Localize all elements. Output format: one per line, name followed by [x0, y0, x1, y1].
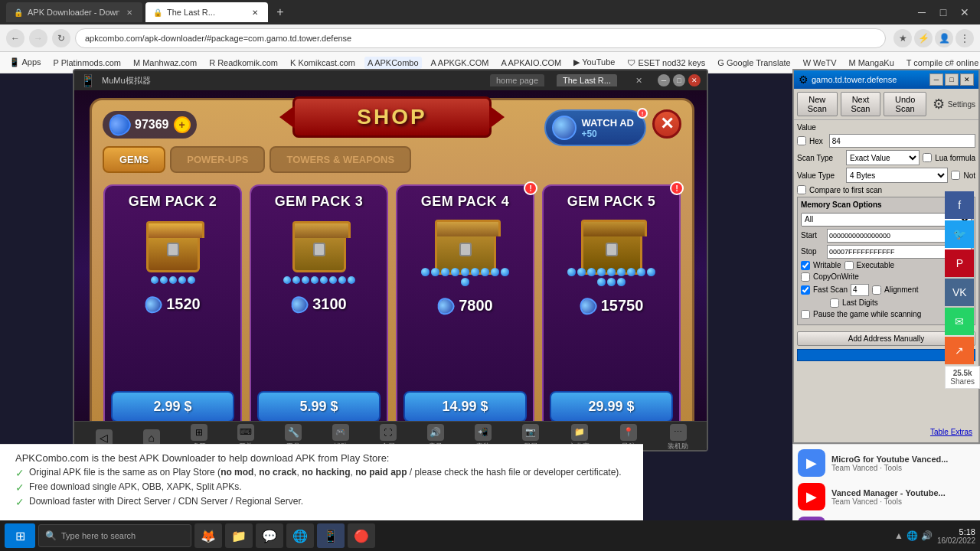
- tab-towers-weapons[interactable]: TOWERS & WEAPONS: [270, 146, 411, 173]
- gem-add-button[interactable]: +: [174, 116, 191, 133]
- search-bar[interactable]: 🔍 Type here to search: [38, 524, 191, 547]
- bookmark-apkcombo[interactable]: A APKCombo: [364, 57, 422, 69]
- taskbar-mumu[interactable]: 📱: [317, 523, 345, 548]
- bookmark-manhwaz[interactable]: M Manhwaz.com: [130, 57, 200, 69]
- compare-first-checkbox[interactable]: [797, 185, 806, 194]
- value-type-select[interactable]: 4 Bytes: [846, 168, 948, 183]
- reload-btn[interactable]: ↻: [52, 29, 70, 47]
- tab-gems[interactable]: GEMS: [103, 146, 165, 173]
- taskbar-firefox[interactable]: 🦊: [194, 523, 222, 548]
- pack5-price-btn[interactable]: 29.99 $: [550, 391, 673, 422]
- bookmark-youtube[interactable]: ▶ YouTube: [570, 56, 618, 69]
- hex-checkbox[interactable]: [797, 136, 806, 145]
- taskbar-app2[interactable]: 🔴: [348, 523, 375, 548]
- items-grid: GEM PACK 2: [100, 181, 684, 435]
- close-window-btn[interactable]: ✕: [956, 3, 974, 21]
- writable-checkbox[interactable]: [801, 261, 810, 270]
- tab-lastR[interactable]: 🔒 The Last R... ✕: [145, 2, 268, 22]
- tab-apkdownloader[interactable]: 🔒 APK Downloader - Download A... ✕: [6, 2, 142, 22]
- ce-titlebar: ⚙ gamo.td.tower.defense ─ □ ✕: [794, 70, 978, 89]
- not-checkbox[interactable]: [951, 171, 960, 180]
- value-type-label: Value Type: [797, 171, 843, 180]
- app-item-2[interactable]: ▶ Vanced Manager - Youtube... Team Vance…: [798, 483, 975, 510]
- start-button[interactable]: ⊞: [5, 523, 35, 548]
- sharethis-btn[interactable]: ↗: [945, 337, 974, 364]
- shop-banner: SHOP: [292, 96, 492, 138]
- bookmark-wetv[interactable]: W WeTV: [800, 57, 840, 69]
- bookmark-apkgk[interactable]: A APKGK.COM: [428, 57, 492, 69]
- pack3-image: [285, 219, 354, 280]
- address-bar[interactable]: [75, 28, 886, 48]
- menu-btn[interactable]: ⋮: [956, 29, 974, 47]
- undo-scan-btn[interactable]: Undo Scan: [884, 92, 926, 116]
- bookmark-btn[interactable]: ★: [893, 29, 912, 47]
- mumu-tab-game[interactable]: The Last R...: [557, 74, 617, 86]
- pack2-price-btn[interactable]: 2.99 $: [111, 391, 234, 422]
- taskbar-chrome[interactable]: 🌐: [286, 523, 314, 548]
- fullscreen-icon: ⛶: [380, 424, 397, 441]
- bookmark-komikcast[interactable]: K Komikcast.com: [287, 57, 358, 69]
- gem-pack-5[interactable]: ! GEM PACK 5: [542, 184, 681, 432]
- new-tab-btn[interactable]: +: [271, 3, 289, 21]
- mumu-close[interactable]: ✕: [688, 74, 701, 86]
- pack3-price-btn[interactable]: 5.99 $: [257, 391, 381, 422]
- bookmark-mangaku[interactable]: M MangaKu: [845, 57, 897, 69]
- pack4-price-btn[interactable]: 14.99 $: [403, 391, 527, 422]
- extensions-btn[interactable]: ⚡: [914, 29, 933, 47]
- back-btn[interactable]: ←: [6, 29, 24, 47]
- pack2-chest: [146, 227, 200, 272]
- tab-close-icon[interactable]: ✕: [124, 7, 135, 18]
- bookmark-apkaio[interactable]: A APKAIO.COM: [498, 57, 564, 69]
- table-extras-btn[interactable]: Table Extras: [930, 428, 972, 436]
- whatsapp-btn[interactable]: ✉: [945, 308, 974, 335]
- minimize-btn[interactable]: ─: [913, 3, 931, 21]
- forward-btn[interactable]: →: [29, 29, 47, 47]
- mumu-more-btn[interactable]: ⋯ 装机助: [668, 424, 688, 452]
- bookmark-readkomik[interactable]: R Readkomik.com: [206, 57, 281, 69]
- ce-minimize[interactable]: ─: [929, 73, 943, 86]
- vk-btn[interactable]: VK: [945, 279, 974, 306]
- taskbar-discord[interactable]: 💬: [256, 523, 283, 548]
- hex-value-input[interactable]: [829, 134, 975, 148]
- tab-close-active-icon[interactable]: ✕: [250, 7, 260, 18]
- copyonwrite-checkbox[interactable]: [801, 272, 810, 282]
- gem-pack-4[interactable]: ! GEM PACK 4: [396, 184, 534, 432]
- facebook-btn[interactable]: f: [945, 191, 974, 219]
- lua-formula-checkbox[interactable]: [923, 153, 932, 162]
- ce-settings-icon[interactable]: ⚙: [933, 96, 945, 112]
- bookmark-platinmods[interactable]: P Platinmods.com: [51, 57, 124, 69]
- maximize-btn[interactable]: □: [934, 3, 952, 21]
- gem-pack-3[interactable]: GEM PACK 3: [250, 184, 388, 432]
- bookmark-gtranslate[interactable]: G Google Translate: [714, 57, 793, 69]
- twitter-btn[interactable]: 🐦: [945, 220, 974, 248]
- mumu-tab-home[interactable]: home page: [490, 74, 544, 86]
- new-scan-btn[interactable]: New Scan: [797, 92, 838, 116]
- fast-scan-checkbox[interactable]: [801, 285, 810, 295]
- ce-close[interactable]: ✕: [960, 73, 974, 86]
- watch-ad-button[interactable]: WATCH AD +50 !: [544, 109, 646, 146]
- profile-btn[interactable]: 👤: [935, 29, 953, 47]
- mumu-minimize[interactable]: ─: [658, 74, 670, 86]
- ce-maximize[interactable]: □: [945, 73, 959, 86]
- gem-count-text: 97369: [135, 118, 169, 132]
- mumu-maximize[interactable]: □: [673, 74, 685, 86]
- app-item-1[interactable]: ▶ MicroG for Youtube Vanced... Team Vanc…: [798, 449, 975, 477]
- pack2-title: GEM PACK 2: [129, 194, 217, 210]
- bookmark-compile[interactable]: T compile c# online: [903, 57, 980, 69]
- taskbar-explorer[interactable]: 📁: [225, 523, 253, 548]
- pause-game-checkbox[interactable]: [801, 310, 810, 319]
- fast-scan-value[interactable]: [851, 284, 869, 296]
- last-digits-checkbox[interactable]: [830, 298, 839, 308]
- tab-powerups[interactable]: POWER-UPS: [170, 146, 265, 173]
- ce-icon: ⚙: [799, 73, 808, 86]
- pinterest-btn[interactable]: P: [945, 249, 974, 277]
- alignment-checkbox[interactable]: [872, 285, 881, 295]
- shop-close-button[interactable]: ✕: [652, 109, 681, 139]
- bookmark-eset[interactable]: 🛡 ESET nod32 keys: [624, 57, 708, 69]
- gem-pack-2[interactable]: GEM PACK 2: [103, 184, 242, 432]
- next-scan-btn[interactable]: Next Scan: [841, 92, 881, 116]
- web-point-2: ✓ Free download single APK, OBB, XAPK, S…: [15, 481, 628, 494]
- bookmark-apps[interactable]: 📱 Apps: [6, 56, 44, 69]
- executable-checkbox[interactable]: [844, 261, 854, 270]
- scan-type-select[interactable]: Exact Value: [846, 150, 920, 165]
